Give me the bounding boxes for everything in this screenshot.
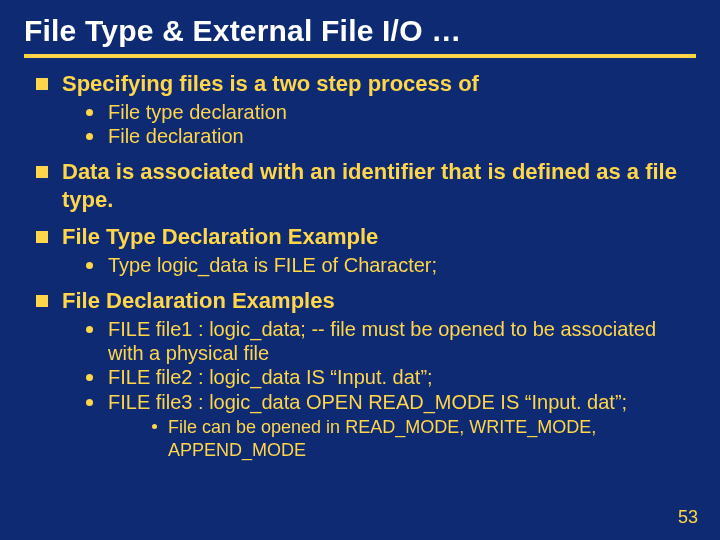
dot-bullet-icon — [86, 109, 93, 116]
bullet-text: File Declaration Examples — [62, 287, 696, 315]
bullet-item: Specifying files is a two step process o… — [32, 70, 696, 148]
sub-list: FILE file1 : logic_data; -- file must be… — [62, 317, 696, 462]
sub-bullet-item: Type logic_data is FILE of Character; — [62, 253, 696, 277]
dot-bullet-icon — [86, 262, 93, 269]
sub-bullet-text: FILE file2 : logic_data IS “Input. dat”; — [108, 366, 433, 388]
sub-bullet-text: Type logic_data is FILE of Character; — [108, 254, 437, 276]
bullet-text: Data is associated with an identifier th… — [62, 158, 696, 213]
sub-bullet-text: File declaration — [108, 125, 244, 147]
bullet-item: Data is associated with an identifier th… — [32, 158, 696, 213]
subsub-bullet-text: File can be opened in READ_MODE, WRITE_M… — [168, 417, 596, 460]
bullet-text: File Type Declaration Example — [62, 223, 696, 251]
sub-bullet-item: File declaration — [62, 124, 696, 148]
square-bullet-icon — [36, 78, 48, 90]
square-bullet-icon — [36, 295, 48, 307]
bullet-item: File Type Declaration Example Type logic… — [32, 223, 696, 277]
sub-bullet-item: FILE file2 : logic_data IS “Input. dat”; — [62, 365, 696, 389]
slide: File Type & External File I/O … Specifyi… — [0, 0, 720, 540]
title-rule — [24, 54, 696, 58]
page-number: 53 — [678, 507, 698, 528]
square-bullet-icon — [36, 166, 48, 178]
bullet-item: File Declaration Examples FILE file1 : l… — [32, 287, 696, 461]
square-bullet-icon — [36, 231, 48, 243]
dot-bullet-icon — [86, 374, 93, 381]
sub-list: File type declaration File declaration — [62, 100, 696, 149]
sub-bullet-text: FILE file1 : logic_data; -- file must be… — [108, 318, 656, 364]
bullet-text: Specifying files is a two step process o… — [62, 70, 696, 98]
dot-bullet-icon — [152, 424, 157, 429]
sub-bullet-text: FILE file3 : logic_data OPEN READ_MODE I… — [108, 391, 627, 413]
sub-bullet-item: FILE file1 : logic_data; -- file must be… — [62, 317, 696, 366]
sub-bullet-text: File type declaration — [108, 101, 287, 123]
sub-bullet-item: File type declaration — [62, 100, 696, 124]
dot-bullet-icon — [86, 326, 93, 333]
slide-content: Specifying files is a two step process o… — [24, 70, 696, 461]
dot-bullet-icon — [86, 399, 93, 406]
sub-list: Type logic_data is FILE of Character; — [62, 253, 696, 277]
subsub-bullet-item: File can be opened in READ_MODE, WRITE_M… — [108, 416, 696, 461]
dot-bullet-icon — [86, 133, 93, 140]
sub-bullet-item: FILE file3 : logic_data OPEN READ_MODE I… — [62, 390, 696, 461]
slide-title: File Type & External File I/O … — [24, 14, 696, 48]
